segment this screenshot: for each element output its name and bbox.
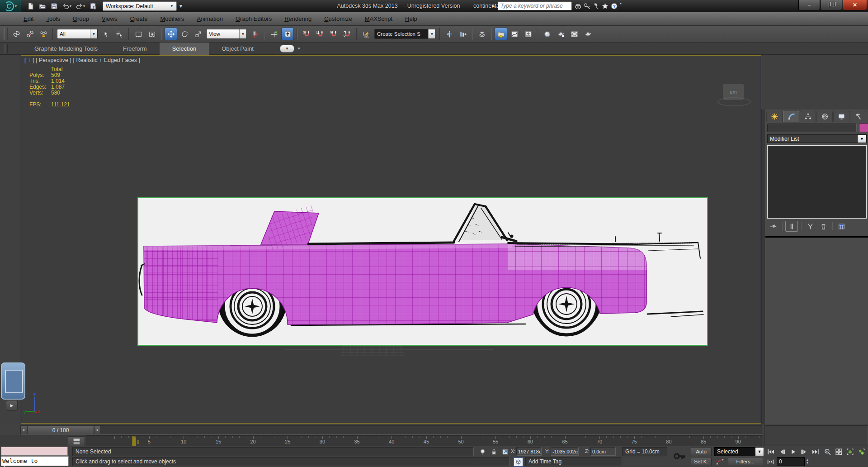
panel-tab-utilities[interactable] bbox=[850, 111, 866, 122]
key-mode-toggle-button[interactable] bbox=[765, 457, 776, 466]
modifier-stack[interactable] bbox=[767, 145, 867, 219]
zoom-button[interactable]: ± bbox=[822, 447, 833, 456]
toolbar-drag-handle[interactable] bbox=[4, 28, 8, 40]
window-crossing-button[interactable] bbox=[146, 28, 158, 40]
selection-lock-button[interactable] bbox=[489, 447, 499, 456]
help-button[interactable]: ? bbox=[610, 1, 619, 10]
keyboard-shortcut-override-button[interactable] bbox=[281, 28, 294, 40]
chevron-down-icon[interactable]: ▼ bbox=[858, 134, 867, 143]
go-to-start-button[interactable] bbox=[765, 447, 776, 456]
minimize-ribbon-button[interactable]: ▼ bbox=[280, 45, 294, 52]
redo-button[interactable]: ▾ bbox=[74, 1, 86, 11]
project-toggle-button[interactable] bbox=[87, 1, 98, 11]
maxscript-mini-listener[interactable]: Welcome to bbox=[1, 456, 69, 466]
absolute-offset-mode-button[interactable] bbox=[500, 447, 510, 456]
expand-panel-button[interactable]: ▶ bbox=[6, 400, 18, 411]
chevron-down-icon[interactable]: ▼ bbox=[428, 29, 435, 38]
zoom-extents-all-button[interactable] bbox=[856, 447, 867, 456]
set-keys-button[interactable] bbox=[671, 447, 687, 466]
reference-coordinate-system-dropdown[interactable]: View▼ bbox=[206, 29, 247, 39]
ribbon-tab-freeform[interactable]: Freeform bbox=[110, 43, 160, 55]
car-reference-plane[interactable] bbox=[137, 197, 708, 346]
perspective-viewport[interactable]: [ + ] [ Perspective ] [ Realistic + Edge… bbox=[21, 55, 761, 424]
close-button[interactable]: ✕ bbox=[843, 0, 867, 10]
track-bar[interactable]: 0 51015202530354045505560657075808590951… bbox=[86, 435, 762, 448]
default-tangent-button[interactable] bbox=[714, 457, 725, 466]
previous-frame-step-button[interactable]: < bbox=[21, 426, 27, 434]
select-by-name-button[interactable] bbox=[113, 28, 126, 40]
minimize-button[interactable]: – bbox=[798, 0, 820, 10]
menu-rendering[interactable]: Rendering bbox=[278, 12, 318, 25]
next-frame-step-button[interactable]: > bbox=[94, 426, 100, 434]
isolate-selection-button[interactable] bbox=[477, 447, 487, 456]
time-tag-field[interactable]: Add Time Tag bbox=[525, 457, 622, 466]
toolbar-overflow-icon[interactable]: ▼ bbox=[179, 4, 183, 9]
panel-tab-display[interactable] bbox=[833, 111, 849, 122]
rendered-frame-window-button[interactable] bbox=[568, 28, 580, 40]
ribbon-tab-selection[interactable]: Selection bbox=[160, 43, 209, 55]
configure-modifier-sets-button[interactable] bbox=[835, 221, 847, 231]
current-frame-field[interactable]: 0 bbox=[777, 457, 805, 466]
time-slider-button[interactable]: 0 / 100 bbox=[27, 426, 94, 434]
chevron-down-icon[interactable]: ▼ bbox=[239, 29, 246, 38]
curve-editor-button[interactable] bbox=[508, 28, 521, 40]
previous-frame-button[interactable] bbox=[776, 447, 787, 456]
named-selection-sets-dropdown[interactable]: Create Selection S▼ bbox=[374, 29, 436, 39]
panel-tab-modify[interactable] bbox=[783, 111, 799, 122]
menu-help[interactable]: Help bbox=[399, 12, 424, 25]
next-frame-button[interactable] bbox=[799, 447, 810, 456]
unlink-selection-button[interactable] bbox=[24, 28, 36, 40]
selection-filter-dropdown[interactable]: All▼ bbox=[57, 29, 98, 39]
open-mini-curve-editor-button[interactable] bbox=[68, 436, 85, 447]
x-coord-field[interactable]: 1927.818cm bbox=[516, 447, 542, 456]
mirror-button[interactable] bbox=[443, 28, 456, 40]
pin-stack-button[interactable] bbox=[767, 221, 779, 231]
menu-edit[interactable]: Edit bbox=[17, 12, 40, 25]
help-dropdown-icon[interactable]: ▾ bbox=[620, 1, 622, 10]
show-end-result-button[interactable] bbox=[785, 221, 798, 232]
z-coord-field[interactable]: 0.0cm bbox=[590, 447, 616, 456]
open-file-button[interactable] bbox=[37, 1, 47, 11]
menu-create[interactable]: Create bbox=[123, 12, 154, 25]
search-collapse-icon[interactable]: ▶ bbox=[492, 4, 495, 8]
search-input[interactable] bbox=[498, 1, 572, 10]
remove-modifier-button[interactable] bbox=[817, 221, 829, 231]
menu-graph-editors[interactable]: Graph Editors bbox=[229, 12, 278, 25]
ribbon-options-icon[interactable]: ▾ bbox=[298, 46, 300, 51]
chevron-down-icon[interactable]: ▼ bbox=[755, 447, 764, 456]
set-key-button[interactable]: Set K. bbox=[691, 457, 712, 466]
frame-spinner[interactable]: ▲▼ bbox=[805, 457, 810, 466]
manage-layers-button[interactable] bbox=[476, 28, 488, 40]
viewcube-ring[interactable] bbox=[717, 97, 751, 106]
panel-tab-create[interactable] bbox=[766, 111, 783, 122]
panel-tab-hierarchy[interactable] bbox=[800, 111, 816, 122]
workspace-selector[interactable]: Workspace: Default ▼ ▼ bbox=[103, 1, 183, 11]
go-to-end-button[interactable] bbox=[810, 447, 821, 456]
ribbon-tab-object-paint[interactable]: Object Paint bbox=[209, 43, 266, 55]
schematic-view-button[interactable] bbox=[522, 28, 534, 40]
restore-button[interactable] bbox=[821, 0, 842, 10]
use-pivot-point-center-button[interactable] bbox=[249, 28, 261, 40]
panel-tab-motion[interactable] bbox=[816, 111, 833, 122]
select-and-scale-button[interactable] bbox=[192, 28, 204, 40]
viewport-label[interactable]: [ + ] [ Perspective ] [ Realistic + Edge… bbox=[24, 57, 140, 63]
modifier-list-dropdown[interactable]: Modifier List ▼ bbox=[767, 134, 867, 143]
menu-views[interactable]: Views bbox=[95, 12, 123, 25]
application-menu-button[interactable]: ▾ bbox=[0, 0, 21, 12]
object-name-field[interactable] bbox=[767, 124, 857, 132]
y-coord-field[interactable]: -1035.002cm bbox=[551, 447, 579, 456]
menu-maxscript[interactable]: MAXScript bbox=[359, 12, 399, 25]
undo-button[interactable]: ▾ bbox=[60, 1, 73, 11]
time-slider-track[interactable]: < 0 / 100 > bbox=[20, 425, 762, 435]
auto-key-button[interactable]: Auto bbox=[691, 447, 712, 456]
play-animation-button[interactable] bbox=[788, 447, 798, 456]
bind-to-space-warp-button[interactable] bbox=[37, 28, 50, 40]
select-and-link-button[interactable] bbox=[10, 28, 23, 40]
menu-customize[interactable]: Customize bbox=[318, 12, 358, 25]
angle-snap-toggle-button[interactable] bbox=[314, 28, 326, 40]
viewport-layout-tab[interactable] bbox=[1, 362, 25, 400]
menu-modifiers[interactable]: Modifiers bbox=[154, 12, 190, 25]
license-key-button[interactable] bbox=[583, 1, 592, 10]
search-communities-button[interactable] bbox=[574, 1, 583, 10]
menu-group[interactable]: Group bbox=[66, 12, 95, 25]
